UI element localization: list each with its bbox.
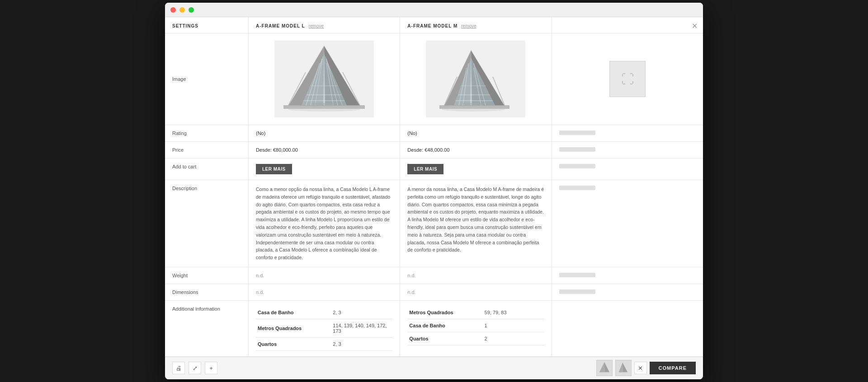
compare-thumb1 [596, 360, 613, 376]
product1-additional-info: Casa de Banho2, 3Metros Quadrados114, 13… [249, 301, 400, 356]
product2-description: A menor da nossa linha, a Casa Modelo M … [400, 180, 552, 267]
price-label: Price [165, 142, 249, 158]
maximize-dot[interactable] [189, 7, 194, 13]
info-row-value: 59, 79, 83 [483, 306, 544, 319]
info-row-label: Casa de Banho [407, 319, 482, 332]
product1-price: Desde: €80,000.00 [249, 142, 400, 158]
product1-ler-mais-button[interactable]: LER MAIS [256, 164, 292, 174]
info-row-value: 1 [483, 319, 544, 332]
compare-remove-icon: ✕ [638, 365, 643, 372]
product2-image-cell [400, 33, 552, 125]
info-row-label: Casa de Banho [256, 306, 331, 319]
settings-header: SETTINGS [165, 17, 249, 33]
product3-image-cell: ⛶ [552, 33, 703, 125]
table-row: Casa de Banho2, 3 [256, 306, 392, 319]
desc-placeholder [559, 186, 595, 190]
product2-ler-mais-button[interactable]: LER MAIS [407, 164, 443, 174]
product3-price [552, 142, 703, 158]
product1-image-cell [249, 33, 400, 125]
additional-info-label: Additional information [165, 301, 249, 356]
bottom-left-actions: 🖨 ⤢ + [172, 362, 217, 374]
product2-price: Desde: €48,000.00 [400, 142, 552, 158]
description-label: Description [165, 180, 249, 267]
image-placeholder-icon: ⛶ [621, 72, 634, 87]
product2-title: A-FRAME MODEL M [407, 23, 458, 28]
info-row-label: Metros Quadrados [256, 319, 331, 337]
product2-dimensions: n.d. [400, 284, 552, 300]
product1-rating: (No) [249, 125, 400, 141]
product3-additional-info [552, 301, 703, 356]
share-icon: ⤢ [193, 365, 198, 372]
product1-title: A-FRAME MODEL L [256, 23, 305, 28]
product3-rating [552, 125, 703, 141]
add-to-cart-label: Add to cart [165, 158, 249, 180]
info-row-value: 2 [483, 332, 544, 345]
product2-image [426, 41, 525, 117]
dim-placeholder [559, 289, 595, 294]
svg-point-18 [288, 107, 360, 112]
share-button[interactable]: ⤢ [189, 362, 201, 374]
product1-cart-cell: LER MAIS [249, 158, 400, 180]
compare-thumb1-image [597, 360, 612, 376]
product1-remove-link[interactable]: remove [309, 23, 324, 28]
compare-thumb2 [615, 360, 632, 376]
info-row-label: Quartos [407, 332, 482, 345]
dimensions-label: Dimensions [165, 284, 249, 300]
bottom-bar: 🖨 ⤢ + [165, 357, 703, 379]
product2-remove-link[interactable]: remove [461, 23, 476, 28]
close-button[interactable]: ✕ [692, 22, 698, 30]
weight-placeholder [559, 273, 595, 277]
table-row: Metros Quadrados59, 79, 83 [407, 306, 544, 319]
bottom-right-compare: ✕ COMPARE [596, 360, 696, 376]
info-row-value: 114, 139, 140, 149, 172, 173 [331, 319, 392, 337]
info-row-value: 2, 3 [331, 306, 392, 319]
info-row-label: Metros Quadrados [407, 306, 482, 319]
product1-dimensions: n.d. [249, 284, 400, 300]
product1-description: Como a menor opção da nossa linha, a Cas… [249, 180, 400, 267]
cart-placeholder [559, 164, 595, 168]
weight-label: Weight [165, 267, 249, 284]
compare-thumb2-image [616, 360, 631, 376]
product1-weight: n.d. [249, 267, 400, 284]
product2-cart-cell: LER MAIS [400, 158, 552, 180]
product3-cart-cell [552, 158, 703, 180]
product2-info-table: Metros Quadrados59, 79, 83Casa de Banho1… [407, 306, 544, 345]
svg-rect-34 [463, 103, 483, 105]
product3-dimensions [552, 284, 703, 300]
add-button[interactable]: + [205, 362, 217, 374]
rating-label: Rating [165, 125, 249, 141]
image-label: Image [165, 33, 249, 125]
product3-description [552, 180, 703, 267]
product1-info-table: Casa de Banho2, 3Metros Quadrados114, 13… [256, 306, 392, 351]
print-icon: 🖨 [176, 365, 182, 372]
info-row-label: Quartos [256, 337, 331, 350]
svg-rect-17 [313, 103, 335, 105]
product2-additional-info: Metros Quadrados59, 79, 83Casa de Banho1… [400, 301, 552, 356]
product3-weight [552, 267, 703, 284]
close-dot[interactable] [170, 7, 176, 13]
product1-image [274, 41, 374, 117]
table-row: Metros Quadrados114, 139, 140, 149, 172,… [256, 319, 392, 337]
product3-placeholder: ⛶ [609, 61, 646, 97]
compare-remove-button[interactable]: ✕ [634, 362, 647, 374]
table-row: Quartos2, 3 [256, 337, 392, 350]
minimize-dot[interactable] [179, 7, 185, 13]
product2-rating: (No) [400, 125, 552, 141]
product2-weight: n.d. [400, 267, 552, 284]
table-row: Casa de Banho1 [407, 319, 544, 332]
add-icon: + [209, 365, 213, 372]
info-row-value: 2, 3 [331, 337, 392, 350]
svg-point-35 [442, 107, 505, 112]
compare-button[interactable]: COMPARE [650, 362, 696, 374]
table-row: Quartos2 [407, 332, 544, 345]
rating-placeholder [559, 130, 595, 135]
print-button[interactable]: 🖨 [172, 362, 185, 374]
price-placeholder [559, 147, 595, 152]
